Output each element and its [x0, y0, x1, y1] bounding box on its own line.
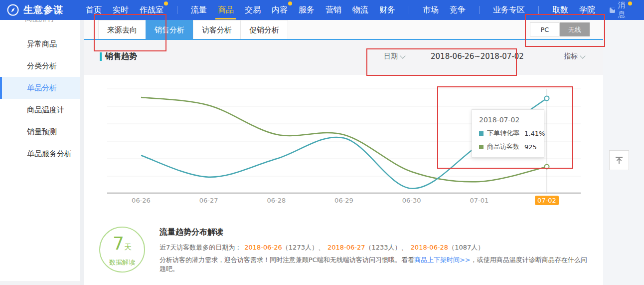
metric-filter-button[interactable]: 指标 [564, 52, 585, 61]
sidebar-item-异常商品[interactable]: 异常商品 [0, 33, 80, 55]
nav-item-内容[interactable]: 内容 [269, 0, 290, 19]
mail-icon [610, 7, 615, 13]
insight-date: 2018-06-27 [327, 244, 365, 251]
insight-count: （1233人）、 [365, 244, 408, 251]
x-axis-labels: 06-2606-2706-2806-2906-3007-0107-02 [0, 196, 644, 207]
nav-item-业务专区[interactable]: 业务专区 [490, 0, 527, 19]
x-axis-label-06-26: 06-26 [132, 197, 151, 204]
sidebar-item-clipped[interactable]: 商品排行 [0, 20, 80, 24]
nav-item-营销[interactable]: 营销 [323, 0, 344, 19]
x-axis-label-06-28: 06-28 [267, 197, 286, 204]
sidebar-divider [80, 20, 84, 285]
nav-item-交易[interactable]: 交易 [242, 0, 263, 19]
nav-item-市场[interactable]: 市场 [420, 0, 441, 19]
tooltip-row: 下单转化率1.41% [479, 129, 537, 138]
nav-item-商品[interactable]: 商品 [215, 0, 236, 19]
date-range-value[interactable]: 2018-06-26~2018-07-02 [431, 52, 524, 61]
device-toggle: PC无线 [530, 22, 590, 36]
date-filter-button[interactable]: 日期 [384, 52, 405, 61]
nav-item-作战室[interactable]: 作战室 [137, 0, 166, 19]
insight-title: 流量趋势分布解读 [160, 227, 223, 238]
nav-item-竞争[interactable]: 竞争 [447, 0, 468, 19]
chevron-down-icon [580, 53, 585, 58]
nav-item-首页[interactable]: 首页 [83, 0, 104, 19]
listing-time-link[interactable]: 商品上下架时间>> [414, 256, 471, 264]
legend-swatch [479, 131, 483, 136]
sidebar-item-商品温度计[interactable]: 商品温度计 [0, 99, 80, 121]
section-title: 销售趋势 [100, 51, 137, 62]
chart-tooltip: 2018-07-02 下单转化率1.41%商品访客数925 [472, 109, 544, 158]
nav-item-学院[interactable]: 学院 [577, 0, 598, 19]
insight-badge: 7天 数据解读 [99, 227, 145, 273]
insight-count: （1273人）、 [282, 244, 324, 251]
insight-date: 2018-06-28 [411, 244, 449, 251]
page: 生意参谋 首页实时作战室流量商品交易内容服务营销物流财务市场竞争业务专区取数学院… [0, 0, 644, 285]
nav-item-实时[interactable]: 实时 [110, 0, 131, 19]
x-axis-label-07-01: 07-01 [470, 197, 488, 204]
insight-line1: 近7天访客数最多的日期为：2018-06-26（1273人）、2018-06-2… [160, 243, 484, 252]
nav-divider [538, 6, 539, 14]
sidebar-scroll-strip[interactable] [0, 281, 80, 285]
toggle-PC[interactable]: PC [530, 22, 560, 36]
x-axis-label-07-02: 07-02 [535, 196, 559, 205]
messages-button[interactable]: 消息 [610, 0, 628, 19]
insight-line2: 分析访客的潜力需求，迎合访客需求！同时注意兼顾PC端和无线端访客访问习惯哦。看看… [160, 256, 593, 274]
top-navbar: 生意参谋 首页实时作战室流量商品交易内容服务营销物流财务市场竞争业务专区取数学院… [0, 0, 644, 20]
tab-访客分析[interactable]: 访客分析 [193, 20, 241, 39]
nav-divider [177, 6, 177, 14]
sidebar-item-单品分析[interactable]: 单品分析 [0, 77, 80, 99]
nav-item-流量[interactable]: 流量 [188, 0, 209, 19]
app-logo-icon[interactable] [7, 4, 19, 16]
notification-dot [288, 1, 292, 5]
nav-item-物流[interactable]: 物流 [350, 0, 371, 19]
nav-item-服务[interactable]: 服务 [296, 0, 317, 19]
x-axis-label-06-30: 06-30 [402, 197, 421, 204]
sidebar: 商品排行 异常商品分类分析单品分析商品温度计销量预测单品服务分析 [0, 20, 80, 285]
tab-销售分析[interactable]: 销售分析 [146, 20, 193, 39]
nav-item-财务[interactable]: 财务 [377, 0, 398, 19]
tab-来源去向[interactable]: 来源去向 [98, 20, 146, 39]
legend-swatch [479, 145, 483, 149]
sidebar-item-销量预测[interactable]: 销量预测 [0, 121, 80, 143]
chevron-down-icon [400, 53, 405, 58]
nav-divider [479, 6, 480, 14]
tooltip-row: 商品访客数925 [479, 142, 537, 151]
tooltip-date: 2018-07-02 [479, 116, 537, 124]
nav-divider [409, 6, 409, 14]
toggle-无线[interactable]: 无线 [560, 22, 590, 36]
sidebar-item-分类分析[interactable]: 分类分析 [0, 55, 80, 77]
app-title[interactable]: 生意参谋 [23, 3, 63, 16]
x-axis-label-06-27: 06-27 [199, 197, 218, 204]
sidebar-item-单品服务分析[interactable]: 单品服务分析 [0, 143, 80, 165]
chart-toolbar: 日期 2018-06-26~2018-07-02 指标 下载 [384, 52, 627, 61]
back-to-top-icon [614, 155, 624, 165]
tab-促销分析[interactable]: 促销分析 [240, 20, 288, 39]
insight-count: （1087人） [448, 244, 484, 251]
notification-dot [628, 1, 632, 5]
x-axis-label-06-29: 06-29 [334, 197, 353, 204]
notification-dot [164, 1, 168, 5]
section-title-marker [100, 52, 102, 61]
messages-label: 消息 [618, 0, 628, 19]
back-to-top-button[interactable] [609, 150, 629, 170]
nav-item-取数[interactable]: 取数 [550, 0, 571, 19]
insight-date: 2018-06-26 [244, 244, 282, 251]
